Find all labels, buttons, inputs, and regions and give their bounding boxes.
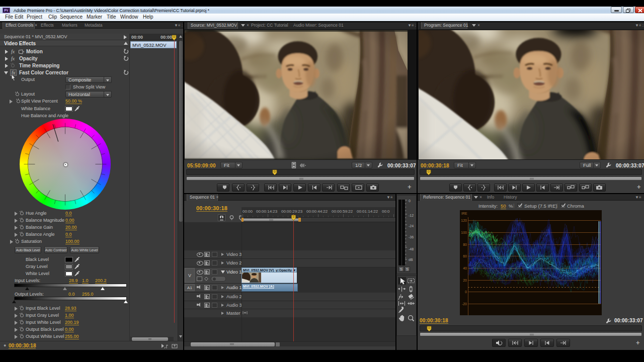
svg-text:120: 120: [461, 219, 467, 222]
svg-text:-20: -20: [462, 302, 467, 306]
svg-text:20: 20: [463, 279, 467, 282]
svg-text:40: 40: [463, 266, 467, 270]
svg-text:100: 100: [461, 231, 467, 234]
svg-text:0: 0: [465, 290, 467, 294]
svg-text:80: 80: [463, 243, 467, 246]
svg-text:60: 60: [463, 254, 467, 258]
